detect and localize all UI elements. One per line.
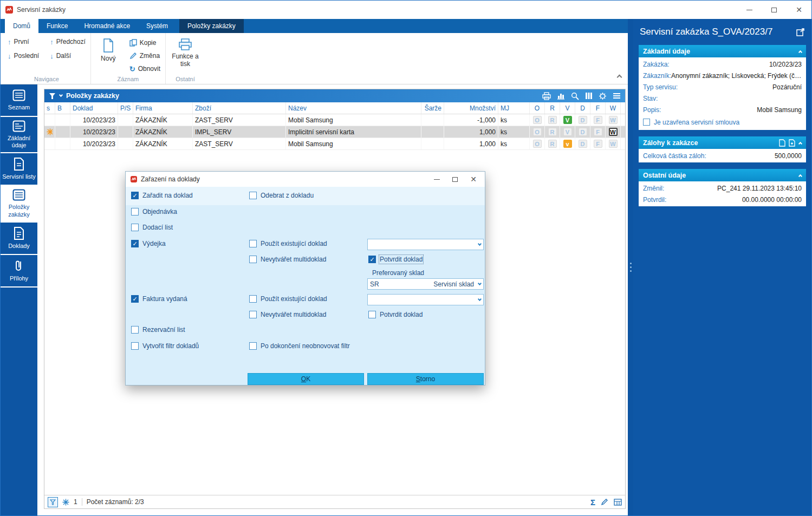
checkbox-objednavka[interactable]: Objednávka — [131, 208, 177, 215]
sum-icon[interactable]: Σ — [590, 498, 595, 507]
dialog-minimize-button[interactable] — [427, 173, 446, 186]
preferred-warehouse-combo[interactable]: SR Servisní sklad — [367, 278, 484, 290]
document-add-icon[interactable] — [789, 139, 796, 147]
checkbox-pouzit-existujici-doklad-2[interactable]: Použít existující doklad — [249, 295, 327, 303]
arrow-up-bar-icon: ↑ — [8, 38, 11, 45]
tab-system[interactable]: Systém — [138, 19, 176, 33]
previous-button[interactable]: ↑Předchozí — [48, 37, 87, 46]
documents-icon — [14, 227, 24, 240]
grid-titlebar: Položky zakázky — [44, 89, 625, 102]
checkbox-potvrdit-doklad-2[interactable]: Potvrdit doklad — [368, 311, 423, 318]
maximize-button[interactable] — [762, 1, 787, 19]
sidebar-item-seznam[interactable]: Seznam — [1, 84, 37, 117]
ok-button[interactable]: OK — [248, 373, 364, 385]
col-header-firma[interactable]: Firma — [133, 102, 193, 114]
search-icon[interactable] — [571, 92, 579, 100]
chart-icon[interactable] — [557, 92, 565, 100]
status-badge: D — [579, 128, 587, 136]
titlebar[interactable]: Servisní zakázky ✕ — [1, 1, 811, 19]
table-icon[interactable] — [614, 499, 622, 506]
close-button[interactable]: ✕ — [787, 1, 811, 19]
tab-funkce[interactable]: Funkce — [38, 19, 76, 33]
col-header-r[interactable]: R — [545, 102, 560, 114]
filter-icon[interactable] — [49, 93, 56, 100]
checkbox-box — [131, 326, 139, 334]
checkbox-box — [131, 342, 139, 350]
col-header-sarze[interactable]: Šarže — [421, 102, 444, 114]
filter-toggle-button[interactable] — [48, 497, 58, 507]
checkbox-zaradit-na-doklad[interactable]: ✓ Zařadit na doklad — [131, 192, 193, 199]
menu-icon[interactable] — [613, 93, 621, 99]
tab-polozky-zakazky[interactable]: Položky zakázky — [179, 19, 244, 33]
copy-button[interactable]: Kopie — [128, 38, 162, 47]
dialog-close-button[interactable]: ✕ — [464, 173, 483, 186]
col-header-w[interactable]: W — [606, 102, 621, 114]
print-icon[interactable] — [542, 92, 551, 100]
dialog-maximize-button[interactable] — [446, 173, 464, 186]
checkbox-nevytvaret-multidoklad-1[interactable]: Nevytvářet multidoklad — [249, 256, 326, 263]
checkbox-nevytvaret-multidoklad-2[interactable]: Nevytvářet multidoklad — [249, 311, 326, 318]
checkbox-box — [249, 240, 257, 247]
dialog-titlebar[interactable]: Zařazení na doklady ✕ — [126, 172, 485, 187]
checkbox-box — [368, 311, 376, 318]
existing-document-combo-1[interactable] — [367, 239, 484, 250]
checkbox-servisni-smlouva[interactable]: Je uzavřena servisní smlouva — [639, 115, 806, 129]
col-header-b[interactable]: B — [55, 102, 70, 114]
ribbon-group-ostatni: Funkce a tisk Ostatní — [165, 33, 205, 84]
new-button[interactable]: Nový — [94, 37, 122, 63]
col-header-o[interactable]: O — [530, 102, 545, 114]
section-header-zalohy[interactable]: Zálohy k zakázce — [639, 136, 806, 149]
col-header-mj[interactable]: MJ — [498, 102, 530, 114]
table-row[interactable]: 10/2023/23 ZÁKAZNÍK ZAST_SERV Mobil Sams… — [44, 138, 625, 150]
change-button[interactable]: Změna — [128, 51, 162, 60]
table-row[interactable]: 10/2023/23 ZÁKAZNÍK ZAST_SERV Mobil Sams… — [44, 114, 625, 126]
checkbox-rezervacni-list[interactable]: Rezervační list — [131, 326, 185, 334]
col-header-mnozstvi[interactable]: Množství — [444, 102, 498, 114]
snowflake-icon[interactable] — [62, 499, 69, 506]
storno-button[interactable]: Storno — [367, 373, 484, 385]
col-header-doklad[interactable]: Doklad — [70, 102, 118, 114]
status-badge: F — [594, 140, 602, 148]
chevron-down-icon[interactable] — [59, 93, 63, 97]
first-button[interactable]: ↑První — [6, 37, 41, 46]
col-header-v[interactable]: V — [560, 102, 575, 114]
last-button[interactable]: ↓Poslední — [6, 51, 41, 60]
panel-splitter[interactable] — [628, 19, 633, 515]
col-header-zbozi[interactable]: Zboží — [193, 102, 286, 114]
sidebar-item-zakladni-udaje[interactable]: Základní údaje — [1, 117, 37, 153]
checkbox-odebrat-z-dokladu[interactable]: Odebrat z dokladu — [249, 192, 314, 199]
tab-hromadne-akce[interactable]: Hromadné akce — [76, 19, 138, 33]
gear-icon[interactable] — [599, 92, 607, 100]
sidebar-item-doklady[interactable]: Doklady — [1, 223, 37, 255]
checkbox-neobnovovat-filtr[interactable]: Po dokončení neobnovovat filtr — [249, 342, 350, 350]
minimize-button[interactable] — [737, 1, 762, 19]
sidebar-item-prilohy[interactable]: Přílohy — [1, 255, 37, 288]
col-header-ps[interactable]: P/S — [118, 102, 133, 114]
checkbox-vydejka[interactable]: ✓ Výdejka — [131, 240, 166, 247]
col-header-s[interactable]: s — [44, 102, 55, 114]
existing-document-combo-2[interactable] — [367, 294, 484, 305]
col-header-nazev[interactable]: Název — [286, 102, 421, 114]
col-header-d[interactable]: D — [575, 102, 590, 114]
sidebar-item-polozky-zakazky[interactable]: Položky zakázky — [1, 186, 37, 222]
columns-icon[interactable] — [585, 92, 593, 100]
col-header-f[interactable]: F — [590, 102, 606, 114]
next-button[interactable]: ↓Další — [48, 51, 87, 60]
checkbox-vytvorit-filtr[interactable]: Vytvořit filtr dokladů — [131, 342, 199, 350]
ribbon-collapse-button[interactable] — [618, 73, 621, 81]
table-row-selected[interactable]: 10/2023/23 ZÁKAZNÍK IMPL_SERV Implicitní… — [44, 126, 625, 138]
checkbox-pouzit-existujici-doklad-1[interactable]: Použít existující doklad — [249, 240, 327, 247]
section-header-ostatni-udaje[interactable]: Ostatní údaje — [639, 169, 806, 181]
document-icon[interactable] — [779, 139, 785, 147]
checkbox-potvrdit-doklad-1[interactable]: ✓ Potvrdit doklad — [368, 256, 423, 263]
edit-icon[interactable] — [601, 498, 608, 506]
section-header-zakladni-udaje[interactable]: Základní údaje — [639, 45, 806, 57]
sidebar-item-servisni-listy[interactable]: Servisní listy — [1, 153, 37, 186]
functions-print-button[interactable]: Funkce a tisk — [169, 37, 202, 69]
checkbox-dodaci-list[interactable]: Dodací list — [131, 224, 173, 231]
dropdown-icon — [478, 281, 482, 285]
popout-icon[interactable] — [796, 28, 805, 36]
tab-domu[interactable]: Domů — [5, 19, 38, 33]
refresh-button[interactable]: ↻ Obnovit — [128, 64, 162, 73]
checkbox-faktura-vydana[interactable]: ✓ Faktura vydaná — [131, 295, 187, 303]
